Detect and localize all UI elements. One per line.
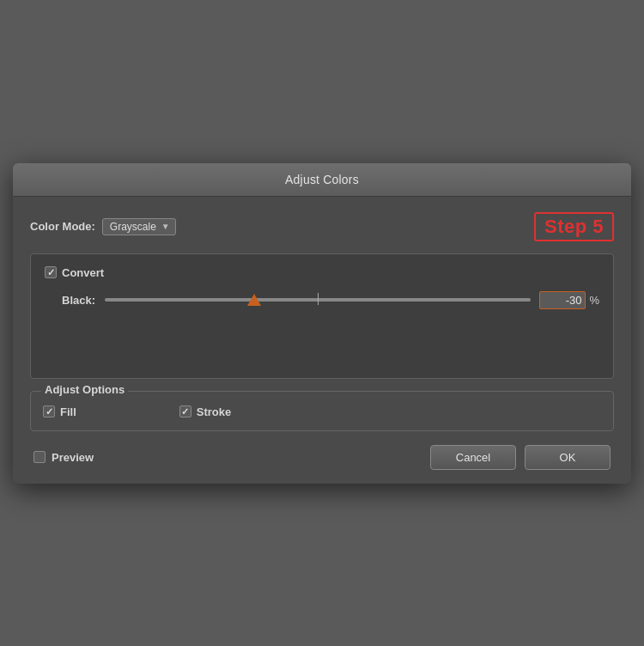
slider-tick — [318, 293, 319, 305]
black-slider-track[interactable] — [105, 298, 531, 302]
stroke-label: Stroke — [197, 405, 231, 418]
value-input-wrap: % — [539, 291, 599, 309]
options-row: Fill Stroke — [43, 405, 601, 418]
adjust-options-section: Adjust Options Fill Stroke — [30, 391, 614, 431]
preview-label: Preview — [52, 451, 94, 464]
main-section: Convert Black: % — [30, 253, 614, 379]
fill-checkbox[interactable] — [43, 405, 55, 417]
title-bar: Adjust Colors — [13, 163, 631, 197]
color-mode-label: Color Mode: — [30, 220, 95, 233]
dropdown-arrow-icon: ▼ — [161, 222, 170, 231]
convert-checkbox[interactable] — [45, 266, 57, 278]
percent-label: % — [589, 294, 599, 307]
black-slider-row: Black: % — [62, 291, 599, 309]
cancel-button[interactable]: Cancel — [430, 445, 516, 470]
stroke-checkbox-wrap[interactable]: Stroke — [179, 405, 231, 418]
adjust-options-title: Adjust Options — [41, 383, 128, 396]
preview-wrap[interactable]: Preview — [33, 451, 94, 464]
adjust-colors-dialog: Adjust Colors Color Mode: Grayscale ▼ St… — [13, 163, 631, 484]
buttons-wrap: Cancel OK — [430, 445, 611, 470]
bottom-row: Preview Cancel OK — [30, 445, 614, 470]
preview-checkbox[interactable] — [33, 451, 46, 463]
ok-button[interactable]: OK — [525, 445, 611, 470]
color-mode-value: Grayscale — [110, 221, 156, 233]
dialog-title: Adjust Colors — [285, 173, 359, 186]
stroke-checkbox[interactable] — [179, 405, 191, 417]
fill-checkbox-wrap[interactable]: Fill — [43, 405, 76, 418]
dialog-body: Color Mode: Grayscale ▼ Step 5 Convert B… — [13, 197, 631, 484]
convert-label: Convert — [62, 266, 104, 279]
black-value-input[interactable] — [539, 291, 586, 309]
color-mode-row: Color Mode: Grayscale ▼ Step 5 — [30, 212, 614, 241]
slider-thumb[interactable] — [247, 294, 261, 306]
convert-row: Convert — [45, 266, 599, 279]
color-mode-dropdown[interactable]: Grayscale ▼ — [102, 218, 176, 235]
fill-label: Fill — [60, 405, 76, 418]
convert-checkbox-wrap[interactable]: Convert — [45, 266, 104, 279]
black-label: Black: — [62, 294, 96, 307]
step-badge: Step 5 — [534, 212, 614, 241]
